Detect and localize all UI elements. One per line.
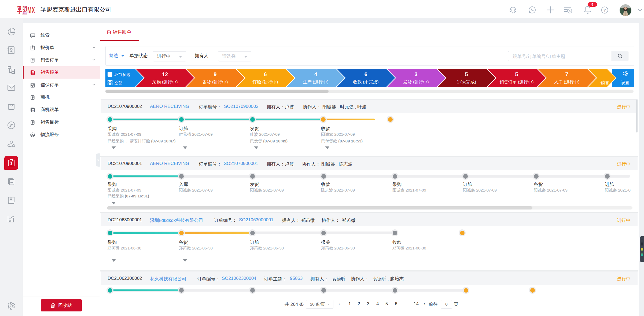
svg-text:5: 5 xyxy=(465,71,468,77)
svg-text:?: ? xyxy=(603,8,606,12)
svg-text:全部: 全部 xyxy=(114,81,122,85)
svg-text:a: a xyxy=(108,31,110,34)
svg-text:收款 (未完成): 收款 (未完成) xyxy=(353,80,378,84)
svg-text:5: 5 xyxy=(515,71,518,77)
svg-text:1 (未完成): 1 (未完成) xyxy=(457,80,476,84)
svg-text:$: $ xyxy=(32,47,33,50)
svg-text:7: 7 xyxy=(565,71,568,77)
svg-text:$: $ xyxy=(32,84,33,87)
svg-text:入库 (进行中): 入库 (进行中) xyxy=(554,80,579,84)
svg-text:环节多选: 环节多选 xyxy=(114,72,130,77)
svg-text:9: 9 xyxy=(214,71,216,77)
svg-text:a: a xyxy=(32,109,34,112)
svg-text:销售: 销售 xyxy=(600,80,609,85)
svg-text:备货 (进行中): 备货 (进行中) xyxy=(202,80,228,84)
svg-text:3: 3 xyxy=(414,71,417,77)
svg-text:12: 12 xyxy=(162,71,168,77)
svg-text:6: 6 xyxy=(364,71,367,77)
svg-text:$: $ xyxy=(10,161,12,166)
svg-text:a: a xyxy=(32,72,34,74)
svg-text:设置: 设置 xyxy=(621,80,630,85)
svg-text:采购 (进行中): 采购 (进行中) xyxy=(152,80,178,84)
svg-text:生产 (进行中): 生产 (进行中) xyxy=(303,80,328,84)
svg-text:销售订单 (进行中): 销售订单 (进行中) xyxy=(499,80,533,84)
svg-text:4: 4 xyxy=(314,71,317,77)
svg-text:发货 (进行中): 发货 (进行中) xyxy=(403,80,429,84)
svg-text:订舱 (进行中): 订舱 (进行中) xyxy=(252,80,278,84)
svg-text:6: 6 xyxy=(264,71,267,77)
